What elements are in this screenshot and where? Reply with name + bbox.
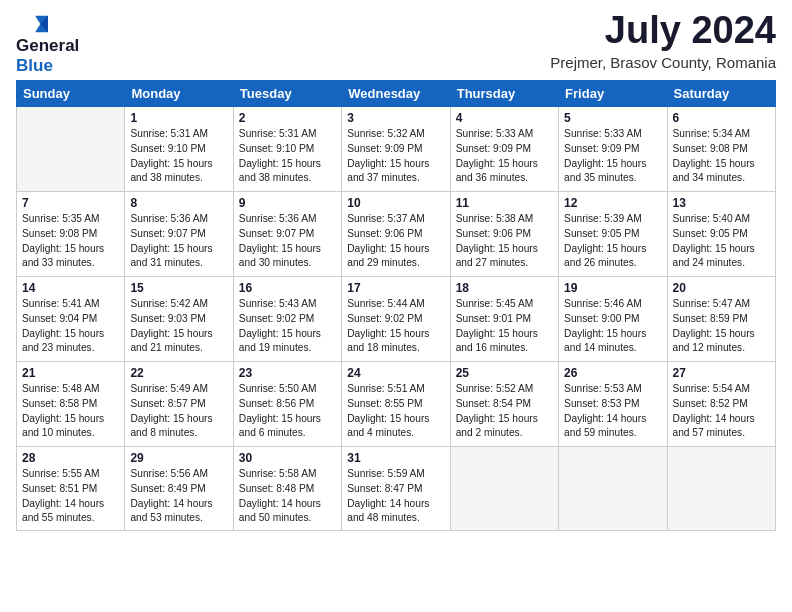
- calendar-cell: 27Sunrise: 5:54 AM Sunset: 8:52 PM Dayli…: [667, 362, 775, 447]
- calendar-cell: 9Sunrise: 5:36 AM Sunset: 9:07 PM Daylig…: [233, 192, 341, 277]
- calendar-cell: 21Sunrise: 5:48 AM Sunset: 8:58 PM Dayli…: [17, 362, 125, 447]
- day-info: Sunrise: 5:56 AM Sunset: 8:49 PM Dayligh…: [130, 467, 227, 526]
- calendar-cell: 22Sunrise: 5:49 AM Sunset: 8:57 PM Dayli…: [125, 362, 233, 447]
- calendar-cell: 16Sunrise: 5:43 AM Sunset: 9:02 PM Dayli…: [233, 277, 341, 362]
- logo-text: General Blue: [16, 36, 79, 76]
- day-info: Sunrise: 5:55 AM Sunset: 8:51 PM Dayligh…: [22, 467, 119, 526]
- calendar-header-friday: Friday: [559, 81, 667, 107]
- day-info: Sunrise: 5:54 AM Sunset: 8:52 PM Dayligh…: [673, 382, 770, 441]
- calendar-cell: [17, 107, 125, 192]
- day-number: 15: [130, 281, 227, 295]
- day-info: Sunrise: 5:31 AM Sunset: 9:10 PM Dayligh…: [130, 127, 227, 186]
- calendar-cell: [559, 447, 667, 531]
- calendar: SundayMondayTuesdayWednesdayThursdayFrid…: [16, 80, 776, 531]
- day-number: 29: [130, 451, 227, 465]
- day-info: Sunrise: 5:33 AM Sunset: 9:09 PM Dayligh…: [456, 127, 553, 186]
- calendar-cell: 23Sunrise: 5:50 AM Sunset: 8:56 PM Dayli…: [233, 362, 341, 447]
- day-info: Sunrise: 5:31 AM Sunset: 9:10 PM Dayligh…: [239, 127, 336, 186]
- day-number: 4: [456, 111, 553, 125]
- calendar-cell: 5Sunrise: 5:33 AM Sunset: 9:09 PM Daylig…: [559, 107, 667, 192]
- header: General Blue July 2024 Prejmer, Brasov C…: [16, 10, 776, 76]
- day-number: 31: [347, 451, 444, 465]
- day-number: 6: [673, 111, 770, 125]
- calendar-header-tuesday: Tuesday: [233, 81, 341, 107]
- day-info: Sunrise: 5:36 AM Sunset: 9:07 PM Dayligh…: [239, 212, 336, 271]
- calendar-cell: 3Sunrise: 5:32 AM Sunset: 9:09 PM Daylig…: [342, 107, 450, 192]
- calendar-cell: 26Sunrise: 5:53 AM Sunset: 8:53 PM Dayli…: [559, 362, 667, 447]
- day-number: 9: [239, 196, 336, 210]
- calendar-cell: 24Sunrise: 5:51 AM Sunset: 8:55 PM Dayli…: [342, 362, 450, 447]
- day-info: Sunrise: 5:59 AM Sunset: 8:47 PM Dayligh…: [347, 467, 444, 526]
- day-info: Sunrise: 5:49 AM Sunset: 8:57 PM Dayligh…: [130, 382, 227, 441]
- day-number: 21: [22, 366, 119, 380]
- logo-icon: [16, 14, 48, 34]
- day-info: Sunrise: 5:46 AM Sunset: 9:00 PM Dayligh…: [564, 297, 661, 356]
- calendar-cell: 25Sunrise: 5:52 AM Sunset: 8:54 PM Dayli…: [450, 362, 558, 447]
- day-number: 22: [130, 366, 227, 380]
- week-row-3: 14Sunrise: 5:41 AM Sunset: 9:04 PM Dayli…: [17, 277, 776, 362]
- day-info: Sunrise: 5:45 AM Sunset: 9:01 PM Dayligh…: [456, 297, 553, 356]
- week-row-2: 7Sunrise: 5:35 AM Sunset: 9:08 PM Daylig…: [17, 192, 776, 277]
- day-number: 2: [239, 111, 336, 125]
- day-info: Sunrise: 5:51 AM Sunset: 8:55 PM Dayligh…: [347, 382, 444, 441]
- day-number: 24: [347, 366, 444, 380]
- week-row-5: 28Sunrise: 5:55 AM Sunset: 8:51 PM Dayli…: [17, 447, 776, 531]
- calendar-cell: 4Sunrise: 5:33 AM Sunset: 9:09 PM Daylig…: [450, 107, 558, 192]
- calendar-cell: 20Sunrise: 5:47 AM Sunset: 8:59 PM Dayli…: [667, 277, 775, 362]
- calendar-header-saturday: Saturday: [667, 81, 775, 107]
- day-number: 8: [130, 196, 227, 210]
- location-title: Prejmer, Brasov County, Romania: [550, 54, 776, 71]
- calendar-header-wednesday: Wednesday: [342, 81, 450, 107]
- day-number: 23: [239, 366, 336, 380]
- calendar-header-row: SundayMondayTuesdayWednesdayThursdayFrid…: [17, 81, 776, 107]
- day-number: 25: [456, 366, 553, 380]
- calendar-header-monday: Monday: [125, 81, 233, 107]
- calendar-cell: 11Sunrise: 5:38 AM Sunset: 9:06 PM Dayli…: [450, 192, 558, 277]
- calendar-header-sunday: Sunday: [17, 81, 125, 107]
- month-title: July 2024: [550, 10, 776, 52]
- calendar-cell: 30Sunrise: 5:58 AM Sunset: 8:48 PM Dayli…: [233, 447, 341, 531]
- calendar-cell: 10Sunrise: 5:37 AM Sunset: 9:06 PM Dayli…: [342, 192, 450, 277]
- day-info: Sunrise: 5:38 AM Sunset: 9:06 PM Dayligh…: [456, 212, 553, 271]
- calendar-cell: 13Sunrise: 5:40 AM Sunset: 9:05 PM Dayli…: [667, 192, 775, 277]
- day-number: 27: [673, 366, 770, 380]
- calendar-header-thursday: Thursday: [450, 81, 558, 107]
- day-number: 11: [456, 196, 553, 210]
- logo: General Blue: [16, 10, 79, 76]
- calendar-cell: 18Sunrise: 5:45 AM Sunset: 9:01 PM Dayli…: [450, 277, 558, 362]
- logo-blue: Blue: [16, 56, 53, 75]
- day-info: Sunrise: 5:35 AM Sunset: 9:08 PM Dayligh…: [22, 212, 119, 271]
- day-info: Sunrise: 5:44 AM Sunset: 9:02 PM Dayligh…: [347, 297, 444, 356]
- calendar-cell: 15Sunrise: 5:42 AM Sunset: 9:03 PM Dayli…: [125, 277, 233, 362]
- day-info: Sunrise: 5:58 AM Sunset: 8:48 PM Dayligh…: [239, 467, 336, 526]
- day-number: 20: [673, 281, 770, 295]
- day-number: 5: [564, 111, 661, 125]
- page: General Blue July 2024 Prejmer, Brasov C…: [0, 0, 792, 612]
- day-info: Sunrise: 5:40 AM Sunset: 9:05 PM Dayligh…: [673, 212, 770, 271]
- day-number: 19: [564, 281, 661, 295]
- day-info: Sunrise: 5:52 AM Sunset: 8:54 PM Dayligh…: [456, 382, 553, 441]
- day-number: 1: [130, 111, 227, 125]
- day-info: Sunrise: 5:42 AM Sunset: 9:03 PM Dayligh…: [130, 297, 227, 356]
- calendar-cell: 31Sunrise: 5:59 AM Sunset: 8:47 PM Dayli…: [342, 447, 450, 531]
- day-info: Sunrise: 5:34 AM Sunset: 9:08 PM Dayligh…: [673, 127, 770, 186]
- day-info: Sunrise: 5:37 AM Sunset: 9:06 PM Dayligh…: [347, 212, 444, 271]
- day-info: Sunrise: 5:33 AM Sunset: 9:09 PM Dayligh…: [564, 127, 661, 186]
- week-row-4: 21Sunrise: 5:48 AM Sunset: 8:58 PM Dayli…: [17, 362, 776, 447]
- day-info: Sunrise: 5:53 AM Sunset: 8:53 PM Dayligh…: [564, 382, 661, 441]
- calendar-cell: 1Sunrise: 5:31 AM Sunset: 9:10 PM Daylig…: [125, 107, 233, 192]
- day-number: 30: [239, 451, 336, 465]
- calendar-cell: 19Sunrise: 5:46 AM Sunset: 9:00 PM Dayli…: [559, 277, 667, 362]
- title-block: July 2024 Prejmer, Brasov County, Romani…: [550, 10, 776, 71]
- day-number: 3: [347, 111, 444, 125]
- day-info: Sunrise: 5:43 AM Sunset: 9:02 PM Dayligh…: [239, 297, 336, 356]
- calendar-cell: 2Sunrise: 5:31 AM Sunset: 9:10 PM Daylig…: [233, 107, 341, 192]
- week-row-1: 1Sunrise: 5:31 AM Sunset: 9:10 PM Daylig…: [17, 107, 776, 192]
- day-number: 13: [673, 196, 770, 210]
- calendar-cell: 8Sunrise: 5:36 AM Sunset: 9:07 PM Daylig…: [125, 192, 233, 277]
- day-number: 10: [347, 196, 444, 210]
- day-info: Sunrise: 5:36 AM Sunset: 9:07 PM Dayligh…: [130, 212, 227, 271]
- calendar-cell: [450, 447, 558, 531]
- calendar-cell: 29Sunrise: 5:56 AM Sunset: 8:49 PM Dayli…: [125, 447, 233, 531]
- day-info: Sunrise: 5:39 AM Sunset: 9:05 PM Dayligh…: [564, 212, 661, 271]
